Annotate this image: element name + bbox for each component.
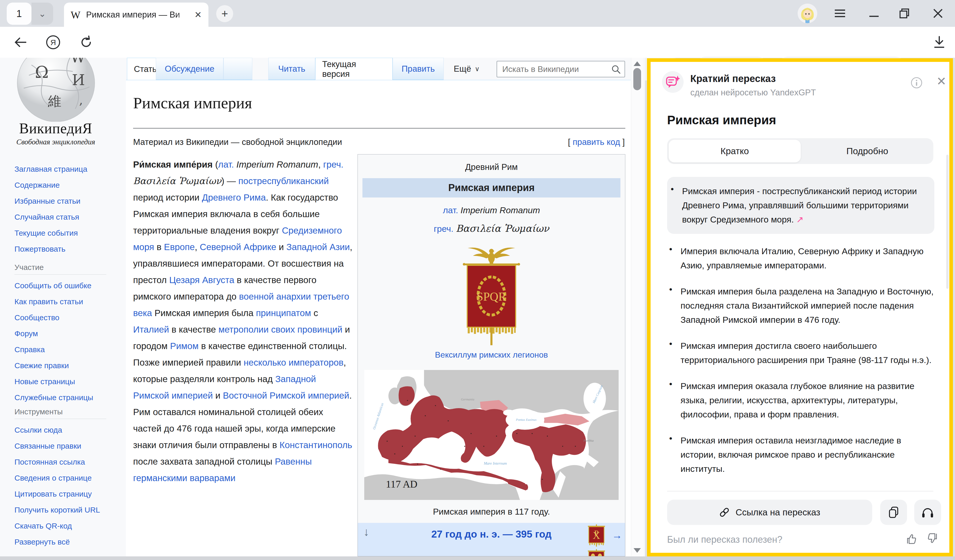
- svg-text:W: W: [70, 58, 85, 66]
- wiki-link[interactable]: Восточной Римской империей: [223, 390, 349, 400]
- summary-chat-icon: [665, 75, 680, 89]
- vexillum-caption-link[interactable]: Вексиллум римских легионов: [358, 350, 625, 360]
- tab-detailed[interactable]: Подробно: [801, 138, 933, 164]
- sidebar-link[interactable]: Пожертвовать: [14, 245, 110, 254]
- toolbar: Я ru.wikipedia.org Римская империя — Вик…: [0, 27, 955, 58]
- tab-discussion[interactable]: Обсуждение: [156, 58, 223, 80]
- sidebar-link[interactable]: Сообщество: [14, 313, 110, 322]
- wiki-link[interactable]: лат.: [218, 159, 234, 169]
- sidebar-link[interactable]: Как править статьи: [14, 297, 110, 306]
- menu-icon[interactable]: [832, 0, 848, 27]
- wiki-link[interactable]: Западной Азии: [286, 242, 350, 252]
- listen-button[interactable]: [914, 500, 941, 525]
- wiki-link[interactable]: Италией: [133, 324, 169, 334]
- back-icon[interactable]: [13, 27, 28, 58]
- sidebar-link[interactable]: Содержание: [14, 181, 110, 190]
- sidebar-link[interactable]: Новые страницы: [14, 377, 110, 386]
- wikipedia-globe-logo[interactable]: Ω W И 維 ,: [13, 58, 99, 122]
- greek-label-link[interactable]: греч.: [434, 224, 453, 234]
- sidebar-link[interactable]: Случайная статья: [14, 212, 110, 222]
- sidebar-link[interactable]: Заглавная страница: [14, 164, 110, 174]
- search-icon[interactable]: [611, 64, 621, 74]
- dotted-banner-icon[interactable]: [585, 549, 608, 556]
- panel-close-icon[interactable]: ✕: [936, 74, 947, 88]
- bullet-text: Римская империя достигла своего наибольш…: [681, 339, 935, 367]
- tab-close-icon[interactable]: ✕: [194, 9, 202, 20]
- sidebar-link[interactable]: Избранные статьи: [14, 197, 110, 206]
- sidebar-link[interactable]: Цитировать страницу: [14, 489, 110, 499]
- wiki-link[interactable]: Цезаря Августа: [169, 275, 234, 285]
- tab-group-button[interactable]: 1 ⌄: [7, 3, 53, 25]
- sidebar-link[interactable]: Сведения о странице: [14, 473, 110, 483]
- wiki-link[interactable]: греч.: [323, 159, 344, 169]
- labarum-banner-icon[interactable]: X P: [585, 524, 608, 547]
- sidebar-link[interactable]: Получить короткий URL: [14, 505, 110, 515]
- latin-label-link[interactable]: лат.: [443, 205, 458, 215]
- page-scrollbar[interactable]: [631, 58, 643, 556]
- article-tabs-row: Статья Обсуждение Читать Текущая версия …: [126, 58, 631, 80]
- window-bottom-edge: [0, 556, 955, 560]
- sidebar-link[interactable]: Служебные страницы: [14, 393, 110, 402]
- arrow-right-icon[interactable]: →: [612, 530, 622, 541]
- wiki-link[interactable]: Древнего Рима: [202, 192, 266, 203]
- profile-avatar[interactable]: [798, 4, 817, 23]
- info-icon[interactable]: [911, 77, 922, 90]
- empire-map-image[interactable]: Mare Internum Pontus Euxinus Oceanus Atl…: [364, 370, 618, 500]
- reload-icon[interactable]: [78, 27, 94, 58]
- sidebar-link[interactable]: Свежие правки: [14, 361, 110, 370]
- summary-panel-title: Краткий пересказ: [690, 73, 776, 84]
- edit-source-link[interactable]: [ править код ]: [568, 137, 625, 147]
- wiki-search-box[interactable]: [496, 61, 625, 77]
- sidebar-link[interactable]: Постоянная ссылка: [14, 457, 110, 466]
- close-icon[interactable]: [930, 0, 946, 27]
- wiki-link[interactable]: Европе: [164, 242, 195, 252]
- downloads-icon[interactable]: [930, 27, 948, 58]
- svg-text:Parthia: Parthia: [583, 439, 593, 442]
- copy-button[interactable]: [880, 500, 907, 525]
- wikipedia-wordmark[interactable]: ВикипедиЯ: [12, 120, 100, 137]
- summary-bullets: •Римская империя - постреспубликанский п…: [667, 177, 935, 488]
- sidebar-link[interactable]: Форум: [14, 329, 110, 338]
- chevron-down-icon[interactable]: ⌄: [31, 3, 53, 25]
- source-arrow-link[interactable]: ↗: [794, 215, 803, 224]
- article-title: Римская империя: [133, 94, 252, 112]
- new-tab-button[interactable]: +: [216, 5, 233, 22]
- thumbs-up-icon[interactable]: [906, 533, 918, 546]
- panel-scrollbar-thumb[interactable]: [946, 155, 949, 289]
- wiki-link[interactable]: несколько императоров: [244, 357, 343, 367]
- bullet-dot: •: [667, 434, 681, 476]
- tab-current-version[interactable]: Текущая версия: [315, 58, 393, 80]
- tab-read[interactable]: Читать: [268, 58, 315, 80]
- wiki-link[interactable]: Северной Африке: [200, 242, 276, 252]
- restore-icon[interactable]: [897, 0, 912, 27]
- tab-edit[interactable]: Править: [393, 58, 444, 80]
- scrollbar-thumb[interactable]: [633, 68, 641, 90]
- scroll-up-arrow[interactable]: [634, 61, 641, 66]
- sidebar-link[interactable]: Связанные правки: [14, 441, 110, 451]
- tab-brief[interactable]: Кратко: [668, 140, 801, 162]
- sidebar-link[interactable]: Сообщить об ошибке: [14, 281, 110, 290]
- minimize-icon[interactable]: [866, 0, 882, 27]
- wiki-link[interactable]: метрополии своих провинций: [219, 324, 343, 334]
- sidebar-link[interactable]: Справка: [14, 345, 110, 354]
- text-segment: Imperium Romanum: [236, 159, 318, 169]
- sidebar-link[interactable]: Ссылки сюда: [14, 426, 110, 435]
- wiki-link[interactable]: принципатом: [256, 308, 311, 318]
- tab-count[interactable]: 1: [7, 3, 31, 25]
- sidebar-link[interactable]: Скачать QR-код: [14, 521, 110, 530]
- summary-link-button[interactable]: Ссылка на пересказ: [667, 500, 872, 525]
- vexillum-image[interactable]: SPQR: [453, 241, 530, 346]
- yandex-services-icon[interactable]: Я: [45, 27, 61, 58]
- wiki-link[interactable]: Римом: [170, 341, 199, 351]
- wiki-link[interactable]: постреспубликанский: [238, 176, 329, 186]
- tab-more[interactable]: Ещё ∨: [447, 58, 486, 80]
- wiki-search-input[interactable]: [502, 63, 606, 75]
- summary-panel-subtitle: сделан нейросетью YandexGPT: [690, 88, 816, 97]
- svg-text:И: И: [72, 71, 85, 89]
- scroll-down-arrow[interactable]: [634, 548, 641, 553]
- browser-tab[interactable]: W Римская империя — Ви ✕: [64, 3, 208, 27]
- sidebar-link[interactable]: Развернуть всё: [14, 537, 110, 547]
- wiki-link[interactable]: Константинополь: [280, 440, 352, 450]
- thumbs-down-icon[interactable]: [926, 533, 938, 546]
- sidebar-link[interactable]: Текущие события: [14, 228, 110, 238]
